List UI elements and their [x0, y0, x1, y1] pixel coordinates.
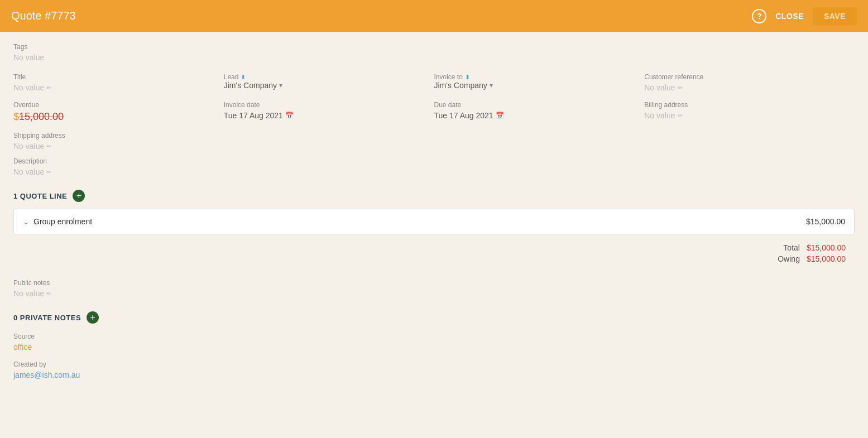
- invoice-to-value[interactable]: Jim's Company ▾: [434, 81, 636, 90]
- description-edit-icon[interactable]: ✏: [46, 169, 51, 176]
- due-date-label: Due date: [434, 101, 636, 109]
- invoice-date-label: Invoice date: [224, 101, 425, 109]
- shipping-address-section: Shipping address No value ✏: [13, 132, 855, 151]
- quote-lines-header: 1 QUOTE LINE +: [13, 190, 855, 202]
- billing-address-label: Billing address: [644, 101, 846, 109]
- customer-reference-value[interactable]: No value ✏: [644, 83, 846, 92]
- source-section: Source office: [13, 333, 855, 352]
- shipping-address-value[interactable]: No value ✏: [13, 142, 855, 151]
- total-row: Total $15,000.00: [783, 243, 846, 252]
- description-label: Description: [13, 157, 855, 165]
- billing-address-value[interactable]: No value ✏: [644, 111, 846, 120]
- owing-amount: $15,000.00: [807, 254, 846, 263]
- overdue-label: Overdue: [13, 101, 215, 109]
- main-content: Tags No value Title No value ✏ Lead ⬍ Ji…: [0, 32, 868, 400]
- title-edit-icon[interactable]: ✏: [46, 84, 51, 92]
- invoice-date-calendar-icon[interactable]: 📅: [285, 112, 294, 119]
- customer-reference-edit-icon[interactable]: ✏: [678, 84, 683, 92]
- header: Quote #7773 ? CLOSE SAVE: [0, 0, 868, 32]
- private-notes-header: 0 PRIVATE NOTES +: [13, 311, 855, 324]
- public-notes-section: Public notes No value ✏: [13, 279, 855, 298]
- total-label: Total: [783, 243, 800, 252]
- tags-value: No value: [13, 53, 855, 62]
- lead-field: Lead ⬍ Jim's Company ▾: [224, 73, 434, 92]
- invoice-to-dropdown-icon[interactable]: ▾: [490, 81, 493, 89]
- total-amount: $15,000.00: [807, 243, 846, 252]
- customer-reference-field: Customer reference No value ✏: [644, 73, 855, 92]
- quote-lines-title: 1 QUOTE LINE: [13, 192, 67, 200]
- help-icon[interactable]: ?: [752, 9, 766, 23]
- totals-section: Total $15,000.00 Owing $15,000.00: [13, 239, 855, 268]
- add-quote-line-button[interactable]: +: [73, 190, 85, 202]
- quote-line-chevron-icon[interactable]: ⌄: [23, 218, 29, 226]
- quote-line-name: Group enrolment: [33, 217, 92, 226]
- overdue-field: Overdue $15,000.00: [13, 101, 224, 123]
- tags-section: Tags No value: [13, 43, 855, 62]
- form-grid-row2: Overdue $15,000.00 Invoice date Tue 17 A…: [13, 101, 855, 123]
- tags-label: Tags: [13, 43, 855, 51]
- lead-external-link-icon[interactable]: ⬍: [241, 74, 246, 81]
- quote-line-item[interactable]: ⌄ Group enrolment $15,000.00: [13, 209, 855, 234]
- save-button[interactable]: SAVE: [813, 7, 857, 25]
- public-notes-edit-icon[interactable]: ✏: [46, 290, 51, 297]
- invoice-to-label: Invoice to ⬍: [434, 73, 636, 81]
- source-value: office: [13, 343, 855, 352]
- overdue-value: $15,000.00: [13, 111, 215, 123]
- public-notes-label: Public notes: [13, 279, 855, 287]
- due-date-field: Due date Tue 17 Aug 2021 📅: [434, 101, 645, 123]
- due-date-value[interactable]: Tue 17 Aug 2021 📅: [434, 111, 636, 120]
- description-section: Description No value ✏: [13, 157, 855, 176]
- customer-reference-label: Customer reference: [644, 73, 846, 81]
- owing-row: Owing $15,000.00: [778, 254, 846, 263]
- invoice-to-field: Invoice to ⬍ Jim's Company ▾: [434, 73, 645, 92]
- shipping-address-edit-icon[interactable]: ✏: [46, 143, 51, 150]
- quote-line-amount: $15,000.00: [806, 217, 845, 226]
- billing-address-field: Billing address No value ✏: [644, 101, 855, 123]
- due-date-calendar-icon[interactable]: 📅: [496, 112, 504, 119]
- created-by-label: Created by: [13, 360, 855, 368]
- form-grid-row1: Title No value ✏ Lead ⬍ Jim's Company ▾ …: [13, 73, 855, 92]
- public-notes-value[interactable]: No value ✏: [13, 289, 855, 298]
- title-value[interactable]: No value ✏: [13, 83, 215, 92]
- overdue-amount: 15,000.00: [19, 111, 64, 122]
- lead-label: Lead ⬍: [224, 73, 425, 81]
- page-title: Quote #7773: [11, 9, 76, 22]
- invoice-date-value[interactable]: Tue 17 Aug 2021 📅: [224, 111, 425, 120]
- lead-dropdown-icon[interactable]: ▾: [279, 81, 282, 89]
- overdue-dollar: $: [13, 111, 19, 122]
- title-label: Title: [13, 73, 215, 81]
- invoice-date-field: Invoice date Tue 17 Aug 2021 📅: [224, 101, 434, 123]
- header-actions: ? CLOSE SAVE: [752, 7, 857, 25]
- created-by-section: Created by james@ish.com.au: [13, 360, 855, 379]
- invoice-to-external-link-icon[interactable]: ⬍: [465, 74, 470, 81]
- title-field: Title No value ✏: [13, 73, 224, 92]
- source-label: Source: [13, 333, 855, 340]
- private-notes-title: 0 PRIVATE NOTES: [13, 314, 81, 322]
- description-value[interactable]: No value ✏: [13, 167, 855, 176]
- created-by-value: james@ish.com.au: [13, 370, 855, 379]
- billing-address-edit-icon[interactable]: ✏: [678, 112, 683, 119]
- add-private-note-button[interactable]: +: [87, 311, 99, 324]
- close-button[interactable]: CLOSE: [775, 12, 804, 21]
- owing-label: Owing: [778, 254, 800, 263]
- quote-line-left: ⌄ Group enrolment: [23, 217, 92, 226]
- shipping-address-label: Shipping address: [13, 132, 855, 139]
- lead-value[interactable]: Jim's Company ▾: [224, 81, 425, 90]
